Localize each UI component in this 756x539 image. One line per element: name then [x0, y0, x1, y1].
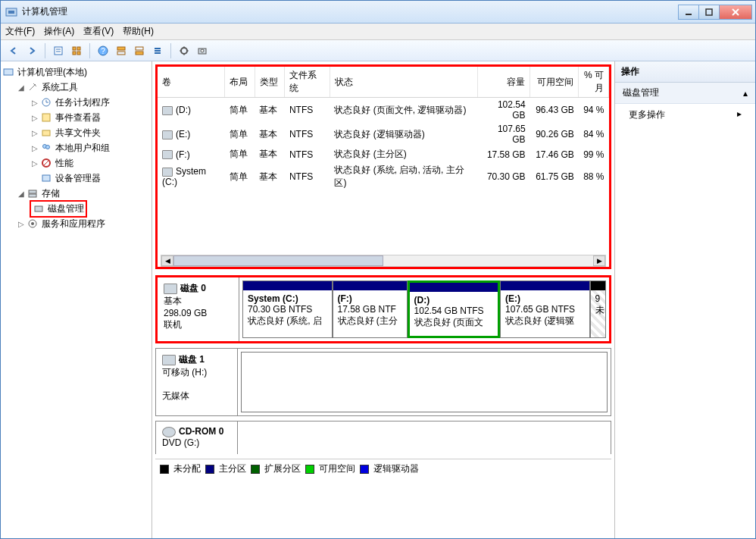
- clock-icon: [40, 96, 52, 108]
- titlebar: 计算机管理: [1, 1, 755, 24]
- disk-graphical-view: 磁盘 0 基本 298.09 GB 联机 System (C:)70.30 GB…: [152, 272, 614, 538]
- tree-event-viewer[interactable]: ▷事件查看器: [30, 110, 150, 125]
- volume-row[interactable]: (F:)简单基本NTFS状态良好 (主分区)17.58 GB17.46 GB99…: [158, 146, 609, 162]
- svg-rect-33: [42, 114, 50, 121]
- tree-root[interactable]: 计算机管理(本地): [2, 64, 150, 80]
- col-free[interactable]: 可用空间: [530, 67, 579, 98]
- svg-rect-17: [136, 47, 143, 50]
- legend: 未分配 主分区 扩展分区 可用空间 逻辑驱动器: [155, 459, 611, 478]
- volume-row[interactable]: System (C:)简单基本NTFS状态良好 (系统, 启动, 活动, 主分区…: [158, 162, 609, 191]
- legend-swatch-extended: [251, 465, 260, 474]
- col-status[interactable]: 状态: [330, 67, 477, 98]
- close-button[interactable]: [719, 5, 752, 20]
- expand-icon[interactable]: ▷: [30, 99, 40, 107]
- tree-storage[interactable]: ◢ 存储: [16, 186, 150, 201]
- nav-forward-button[interactable]: [23, 42, 40, 59]
- volume-icon: [162, 106, 173, 115]
- tb-tile-bottom-icon[interactable]: [131, 42, 148, 59]
- tools-icon: [27, 81, 39, 93]
- partition[interactable]: (E:)107.65 GB NTFS状态良好 (逻辑驱: [500, 280, 590, 338]
- tree-shared-folders[interactable]: ▷共享文件夹: [30, 125, 150, 140]
- svg-point-36: [46, 146, 50, 149]
- tb-list-icon[interactable]: [149, 42, 166, 59]
- col-layout[interactable]: 布局: [225, 67, 255, 98]
- partition-unallocated[interactable]: 9未: [590, 280, 606, 338]
- horizontal-scrollbar[interactable]: ◀ ▶: [161, 255, 606, 267]
- legend-primary: 主分区: [219, 462, 246, 475]
- collapse-icon[interactable]: ◢: [16, 190, 27, 198]
- actions-section-label: 磁盘管理: [623, 86, 659, 99]
- tree-performance[interactable]: ▷性能: [30, 155, 150, 171]
- expand-icon[interactable]: ▷: [30, 159, 40, 168]
- menu-help[interactable]: 帮助(H): [123, 25, 154, 38]
- performance-icon: [40, 157, 52, 169]
- tb-help-icon[interactable]: ?: [95, 42, 111, 59]
- chevron-right-icon: ▸: [737, 108, 742, 121]
- disk-1-row[interactable]: 磁盘 1 可移动 (H:) 无媒体: [155, 348, 611, 416]
- svg-rect-9: [73, 47, 76, 50]
- legend-unallocated: 未分配: [173, 462, 201, 475]
- tb-settings-icon[interactable]: [176, 42, 192, 59]
- tree-local-users[interactable]: ▷本地用户和组: [30, 140, 150, 155]
- minimize-button[interactable]: [678, 5, 699, 20]
- menu-file[interactable]: 文件(F): [5, 25, 35, 38]
- col-pct[interactable]: % 可月: [579, 67, 609, 98]
- disk-icon: [162, 355, 176, 365]
- tree-system-tools[interactable]: ◢ 系统工具: [16, 80, 150, 95]
- partition[interactable]: (F:)17.58 GB NTF状态良好 (主分: [333, 280, 408, 338]
- svg-rect-3: [706, 9, 712, 15]
- collapse-icon[interactable]: ▴: [743, 88, 748, 99]
- expand-icon[interactable]: ▷: [30, 114, 40, 122]
- tree-task-scheduler[interactable]: ▷任务计划程序: [30, 95, 150, 110]
- tb-properties-icon[interactable]: [50, 42, 67, 59]
- nav-back-button[interactable]: [5, 42, 22, 59]
- cdrom-header: CD-ROM 0 DVD (G:): [156, 421, 238, 454]
- col-fs[interactable]: 文件系统: [285, 67, 330, 98]
- tree-device-manager-label: 设备管理器: [55, 172, 101, 185]
- partition[interactable]: System (C:)70.30 GB NTFS状态良好 (系统, 启: [242, 280, 333, 338]
- volume-row[interactable]: (E:)简单基本NTFS状态良好 (逻辑驱动器)107.65 GB90.26 G…: [158, 122, 609, 146]
- legend-extended: 扩展分区: [264, 462, 301, 475]
- tb-disk-icon[interactable]: [194, 42, 211, 59]
- volume-icon: [162, 168, 173, 177]
- col-volume[interactable]: 卷: [158, 67, 225, 98]
- tree-disk-management[interactable]: 磁盘管理: [30, 201, 150, 216]
- scroll-left-button[interactable]: ◀: [161, 255, 173, 266]
- tree-disk-management-label: 磁盘管理: [48, 202, 84, 215]
- scroll-thumb[interactable]: [173, 255, 383, 266]
- col-capacity[interactable]: 容量: [477, 67, 530, 98]
- tree-services-apps[interactable]: ▷ 服务和应用程序: [16, 216, 150, 231]
- volume-row[interactable]: (D:)简单基本NTFS状态良好 (页面文件, 逻辑驱动器)102.54 GB9…: [158, 98, 609, 123]
- nav-tree: 计算机管理(本地) ◢ 系统工具 ▷任务计划程序 ▷事件查看器 ▷共享文件夹 ▷…: [1, 61, 152, 538]
- svg-line-38: [43, 160, 49, 166]
- disk-0-row[interactable]: 磁盘 0 基本 298.09 GB 联机 System (C:)70.30 GB…: [155, 275, 611, 343]
- col-type[interactable]: 类型: [255, 67, 285, 98]
- expand-icon[interactable]: ▷: [16, 220, 27, 228]
- tree-device-manager[interactable]: ▷设备管理器: [30, 171, 150, 186]
- tree-performance-label: 性能: [55, 157, 73, 170]
- actions-section-disk-mgmt[interactable]: 磁盘管理 ▴: [615, 83, 755, 104]
- legend-swatch-logical: [360, 465, 369, 474]
- legend-swatch-primary: [205, 465, 214, 474]
- legend-logical: 逻辑驱动器: [373, 462, 419, 475]
- scroll-right-button[interactable]: ▶: [593, 255, 605, 266]
- expand-icon[interactable]: ▷: [30, 144, 40, 152]
- svg-text:?: ?: [101, 47, 105, 55]
- expand-icon[interactable]: ▷: [30, 129, 40, 137]
- menu-view[interactable]: 查看(V): [83, 25, 114, 38]
- cdrom-row[interactable]: CD-ROM 0 DVD (G:): [155, 421, 611, 454]
- svg-point-28: [201, 49, 204, 52]
- disk-1-empty[interactable]: [241, 352, 608, 412]
- legend-swatch-free: [305, 465, 314, 474]
- partition[interactable]: (D:)102.54 GB NTFS状态良好 (页面文: [408, 280, 501, 338]
- maximize-button[interactable]: [698, 5, 720, 20]
- tb-tile-top-icon[interactable]: [113, 42, 130, 59]
- toolbar: ?: [1, 40, 755, 61]
- collapse-icon[interactable]: ◢: [16, 83, 27, 92]
- tb-grid-icon[interactable]: [68, 42, 85, 59]
- svg-rect-12: [77, 52, 80, 55]
- tree-services-apps-label: 服务和应用程序: [42, 218, 105, 230]
- menu-action[interactable]: 操作(A): [44, 25, 74, 38]
- action-more-actions[interactable]: 更多操作 ▸: [615, 104, 755, 126]
- svg-rect-42: [35, 206, 42, 212]
